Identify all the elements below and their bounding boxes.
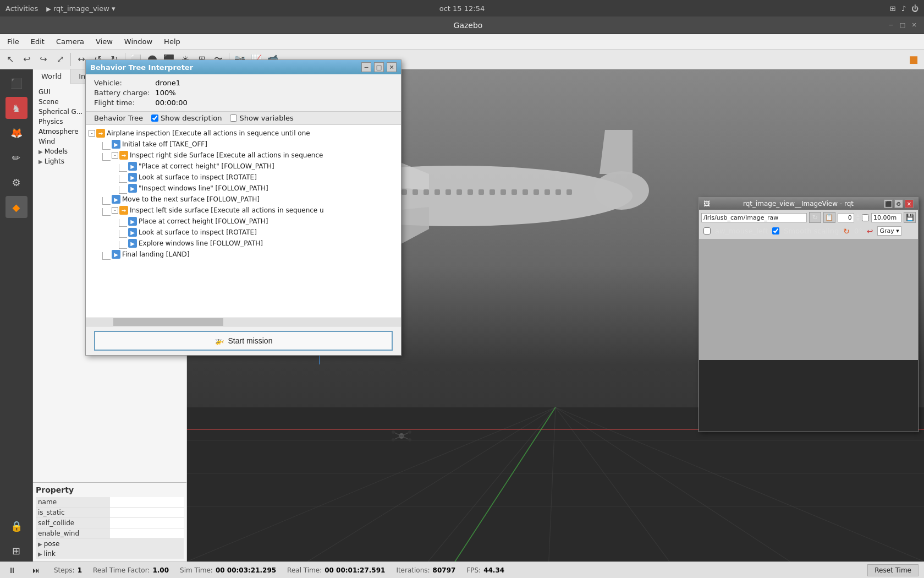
iv-zoom-down[interactable]: ▼ [856,217,860,222]
start-mission-btn[interactable]: 🚁 Start mission [94,331,393,351]
prop-val-name [110,497,184,507]
show-desc-checkbox[interactable]: Show description [151,114,222,122]
menu-view[interactable]: View [91,36,117,47]
redo-btn[interactable]: ↪ [36,52,51,67]
gazebo-close-btn[interactable]: ✕ [910,21,919,30]
bt-expand-root[interactable]: - [89,130,95,137]
bt-minimize-btn[interactable]: ─ [361,62,371,72]
reset-time-btn[interactable]: Reset Time [867,564,919,576]
property-table: name is_static self_collide enable_wind [36,497,184,559]
svg-rect-28 [534,189,539,195]
iv-mouse-checkbox[interactable] [703,227,711,235]
steps-val: 1 [78,566,82,574]
svg-rect-24 [490,189,495,195]
settings-icon[interactable]: ⚙ [6,171,28,193]
svg-rect-27 [522,189,528,195]
svg-rect-16 [402,189,407,195]
bt-icon-takeoff: ▶ [112,140,120,149]
iv-controls: /iris/usb_cam/image_raw ↻ 📋 0 ▲ ▼ 10,00m… [699,210,918,239]
menu-file[interactable]: File [3,36,24,47]
bt-expand-inspect-left[interactable]: - [112,207,118,214]
bt-connector-move-next [102,197,111,205]
menu-help[interactable]: Help [160,36,185,47]
show-vars-input[interactable] [230,114,237,122]
iv-settings-btn[interactable]: ⚙ [894,199,903,208]
rtf-status: Real Time Factor: 1.00 [93,566,169,574]
pause-btn[interactable]: ⏸ [6,564,19,577]
bt-connector-inspect-right [102,153,111,161]
text-editor-icon[interactable]: ✏ [6,146,28,168]
iv-zoom-input[interactable]: 0 [838,213,854,222]
iv-dock-btn[interactable]: ⬛ [884,199,893,208]
svg-rect-30 [556,189,561,195]
menu-window[interactable]: Window [120,36,157,47]
bt-icon-look-right: ▶ [128,173,137,182]
iv-save-btn[interactable]: 💾 [904,212,916,223]
show-desc-input[interactable] [151,114,158,122]
iv-close-btn[interactable]: ✕ [905,199,914,208]
scene-label: Scene [38,98,59,106]
show-vars-label: Show variables [239,114,293,122]
start-mission-label: Start mission [228,336,273,345]
camera-btn[interactable]: ■ [906,52,921,67]
gazebo-minimize-btn[interactable]: ─ [887,21,895,30]
bt-expand-inspect-right[interactable]: - [112,152,118,159]
svg-point-51 [408,430,411,434]
prop-expand-link[interactable]: ▶ link [36,549,184,559]
menu-edit[interactable]: Edit [26,36,49,47]
terminal-icon[interactable]: ⬛ [6,72,28,94]
system-bar-right: ⊞ ♪ ⏻ [890,4,919,13]
iv-refresh-btn[interactable]: ↻ [809,212,821,223]
apps-grid-icon[interactable]: ⊞ [6,539,28,561]
bt-icon-inspect-windows: ▶ [128,184,137,193]
iv-image-area [699,239,918,360]
battery-label: Battery charge: [94,89,150,97]
rqt-app-label: ▶ rqt_image_view ▾ [46,4,115,13]
firefox-icon[interactable]: 🦊 [6,122,28,144]
bt-icon-move-next: ▶ [112,195,120,204]
sound-icon[interactable]: ♪ [901,4,906,13]
bt-scrollbar-thumb[interactable] [113,318,223,326]
activities-label[interactable]: Activities [6,4,38,13]
menu-camera[interactable]: Camera [52,36,89,47]
select-tool-btn[interactable]: ↖ [3,52,18,67]
iv-copy-btn[interactable]: 📋 [823,212,835,223]
status-bar: ⏸ ⏭ Steps: 1 Real Time Factor: 1.00 Sim … [0,561,924,578]
prop-val-self-collide [110,518,184,528]
scale-btn[interactable]: ⤢ [52,52,68,67]
files-icon[interactable]: ♞ [6,97,28,119]
show-desc-label: Show description [161,114,222,122]
orange-app-icon[interactable]: ◆ [6,196,28,218]
iv-bg-dropdown[interactable]: Gray ▾ [877,226,901,236]
svg-rect-29 [544,189,550,195]
bt-scrollbar[interactable] [86,318,401,326]
iv-smooth-checkbox[interactable] [772,227,779,235]
bt-node-root: - → Airplane inspection [Execute all act… [89,128,398,139]
show-vars-checkbox[interactable]: Show variables [230,114,293,122]
lights-label: Lights [45,157,64,165]
prop-val-is-static [110,508,184,517]
gazebo-maximize-btn[interactable]: □ [898,21,907,30]
svg-rect-23 [479,189,484,195]
bt-maximize-btn[interactable]: □ [374,62,384,72]
bt-icon-place-height: ▶ [128,162,137,171]
lights-arrow: ▶ [38,159,43,165]
network-icon[interactable]: ⊞ [890,4,896,13]
iv-rotate-icon[interactable]: ↩ [867,227,873,236]
iv-zoom-checkbox[interactable] [862,214,869,221]
step-btn[interactable]: ⏭ [30,564,43,577]
iv-refresh-icon[interactable]: ↻ [843,227,850,236]
iter-status: Iterations: 80797 [396,566,455,574]
tab-world[interactable]: World [33,69,70,84]
iv-zoom-max-input[interactable]: 10,00m [871,213,901,222]
bt-connector-landing [102,252,111,260]
lock-icon[interactable]: 🔒 [6,515,28,537]
iv-mouse-label: aw_mouse_left [715,227,768,235]
bt-close-btn[interactable]: ✕ [387,62,397,72]
prop-expand-pose[interactable]: ▶ pose [36,539,184,549]
power-icon[interactable]: ⏻ [911,4,919,13]
svg-rect-17 [413,189,418,195]
toolbar-sep-1 [70,53,71,66]
iv-topic-input[interactable]: /iris/usb_cam/image_raw [701,213,807,222]
undo-btn[interactable]: ↩ [19,52,35,67]
